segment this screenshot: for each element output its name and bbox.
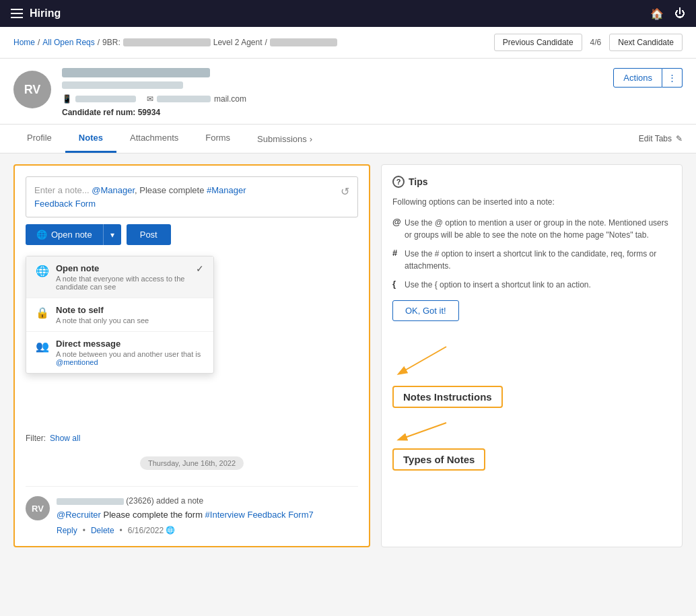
note-header: (23626) added a note: [57, 496, 358, 506]
breadcrumb-req-id: 9BR:: [102, 38, 120, 47]
main-content: Enter a note... @Manager, Please complet…: [0, 153, 696, 558]
note-entry: RV (23626) added a note @Recruiter Pleas…: [26, 486, 358, 535]
note-input-text: Enter a note... @Manager, Please complet…: [34, 184, 335, 210]
note-to-self-title: Note to self: [56, 305, 204, 315]
direct-message-desc: A note between you and another user that…: [56, 350, 204, 366]
breadcrumb: Home / All Open Reqs / 9BR: Level 2 Agen…: [13, 38, 337, 47]
note-body: (23626) added a note @Recruiter Please c…: [57, 496, 358, 535]
svg-line-0: [399, 347, 446, 374]
dropdown-item-note-to-self-content: Note to self A note that only you can se…: [56, 305, 204, 324]
dropdown-item-direct-message-content: Direct message A note between you and an…: [56, 339, 204, 366]
dropdown-item-direct-message[interactable]: 👥 Direct message A note between you and …: [26, 332, 213, 373]
hash-symbol: #: [392, 248, 402, 272]
notes-panel: Enter a note... @Manager, Please complet…: [13, 164, 370, 547]
candidate-info: 📱 ✉ mail.com Candidate ref num: 59934: [62, 68, 602, 117]
tip-at-text: Use the @ option to mention a user or gr…: [405, 217, 671, 241]
refresh-icon[interactable]: ↺: [341, 185, 349, 198]
email-icon: ✉: [147, 94, 153, 104]
note-type-row: 🌐 Open note ▾ Post: [26, 224, 358, 245]
next-candidate-button[interactable]: Next Candidate: [609, 34, 683, 51]
dropdown-item-open-note[interactable]: 🌐 Open note A note that everyone with ac…: [26, 256, 213, 298]
open-note-desc: A note that everyone with access to the …: [56, 275, 189, 291]
note-text: @Recruiter Please complete the form #Int…: [57, 508, 358, 522]
note-date-text: 6/16/2022: [128, 526, 164, 535]
nav-controls: Previous Candidate 4/6 Next Candidate: [494, 34, 683, 51]
at-symbol: @: [392, 217, 402, 241]
ok-got-it-button[interactable]: OK, Got it!: [392, 300, 459, 321]
tab-attachments[interactable]: Attachments: [116, 125, 192, 153]
note-to-self-desc: A note that only you can see: [56, 316, 204, 324]
direct-message-icon: 👥: [36, 340, 49, 353]
prev-candidate-button[interactable]: Previous Candidate: [494, 34, 582, 51]
breadcrumb-sep1: /: [38, 38, 40, 47]
navbar: Hiring 🏠 ⏻: [0, 0, 696, 27]
tip-brace: { Use the { option to insert a shortcut …: [392, 279, 671, 291]
edit-tabs-button[interactable]: Edit Tabs ✎: [639, 129, 683, 149]
tab-profile[interactable]: Profile: [13, 125, 65, 153]
home-icon[interactable]: 🏠: [650, 7, 664, 20]
tip-brace-text: Use the { option to insert a shortcut li…: [405, 279, 591, 291]
note-form-link: Feedback Form: [34, 199, 96, 209]
note-globe-icon: 🌐: [166, 526, 175, 535]
types-of-notes-label: Types of Notes: [392, 448, 485, 471]
annotation-area: Notes Instructions: [392, 340, 671, 408]
note-mention-link: @Manager: [92, 185, 135, 195]
hamburger-menu[interactable]: [11, 9, 23, 18]
tip-hash: # Use the # option to insert a shortcut …: [392, 248, 671, 272]
note-form-hash-link[interactable]: #Interview Feedback Form7: [205, 510, 314, 520]
right-panel: ? Tips Following options can be inserted…: [381, 164, 683, 547]
tab-submissions[interactable]: Submissions ›: [244, 126, 326, 152]
note-comma-text: , Please complete: [135, 185, 207, 195]
candidate-email: ✉ mail.com: [147, 94, 246, 104]
breadcrumb-all-open-reqs[interactable]: All Open Reqs: [42, 38, 94, 47]
chevron-right-icon: ›: [310, 134, 312, 144]
tips-body: Following options can be inserted into a…: [392, 196, 671, 209]
dropdown-item-open-note-content: Open note A note that everyone with acce…: [56, 263, 189, 291]
annotation-arrow-types-of-notes: [392, 416, 527, 443]
globe-btn-icon: 🌐: [36, 230, 47, 240]
note-input-area[interactable]: Enter a note... @Manager, Please complet…: [26, 176, 358, 217]
candidate-sub-blur: [62, 81, 183, 89]
navbar-right: 🏠 ⏻: [650, 7, 685, 20]
email-domain: mail.com: [214, 94, 246, 104]
filter-label: Filter:: [26, 434, 46, 443]
filter-row: Filter: Show all: [26, 434, 358, 443]
breadcrumb-req-blurred: [123, 38, 211, 46]
note-type-dropdown: 🌐 Open note A note that everyone with ac…: [26, 256, 214, 374]
annotation-area-2: Types of Notes: [392, 416, 671, 471]
svg-line-1: [399, 423, 446, 440]
note-body-text: Please complete the form: [101, 510, 205, 520]
note-actions-row: Reply • Delete • 6/16/2022 🌐: [57, 526, 358, 535]
brace-symbol: {: [392, 279, 402, 291]
open-note-check: ✓: [196, 263, 204, 274]
actions-button[interactable]: Actions: [613, 68, 662, 88]
open-note-dropdown-button[interactable]: ▾: [103, 224, 121, 245]
tab-forms[interactable]: Forms: [192, 125, 244, 153]
date-divider-wrap: Thursday, June 16th, 2022: [26, 450, 358, 477]
edit-tabs-label: Edit Tabs: [639, 134, 672, 143]
tips-panel: ? Tips Following options can be inserted…: [381, 164, 683, 547]
candidate-name-blur: [62, 68, 210, 77]
pencil-icon: ✎: [676, 134, 683, 143]
open-note-button[interactable]: 🌐 Open note: [26, 224, 103, 245]
candidate-contacts: 📱 ✉ mail.com: [62, 94, 602, 104]
avatar: RV: [13, 71, 51, 108]
note-reply-button[interactable]: Reply: [57, 526, 77, 535]
note-recruiter-mention: @Recruiter: [57, 510, 101, 520]
tips-circle-icon: ?: [392, 176, 405, 188]
filter-value[interactable]: Show all: [50, 434, 80, 443]
dropdown-item-note-to-self[interactable]: 🔒 Note to self A note that only you can …: [26, 298, 213, 332]
breadcrumb-candidate-blurred: [270, 38, 337, 46]
note-delete-button[interactable]: Delete: [91, 526, 114, 535]
breadcrumb-sep3: /: [265, 38, 267, 47]
breadcrumb-home[interactable]: Home: [13, 38, 35, 47]
candidate-header: RV 📱 ✉ mail.com Candidate ref num: 59934…: [0, 59, 696, 125]
actions-dots-button[interactable]: ⋮: [662, 68, 683, 88]
note-avatar: RV: [26, 496, 50, 520]
phone-blur: [75, 96, 136, 102]
post-button[interactable]: Post: [127, 224, 171, 245]
open-note-icon: 🌐: [36, 265, 49, 277]
candidate-phone: 📱: [62, 94, 136, 104]
tab-notes[interactable]: Notes: [65, 125, 116, 153]
power-icon[interactable]: ⏻: [674, 7, 685, 20]
